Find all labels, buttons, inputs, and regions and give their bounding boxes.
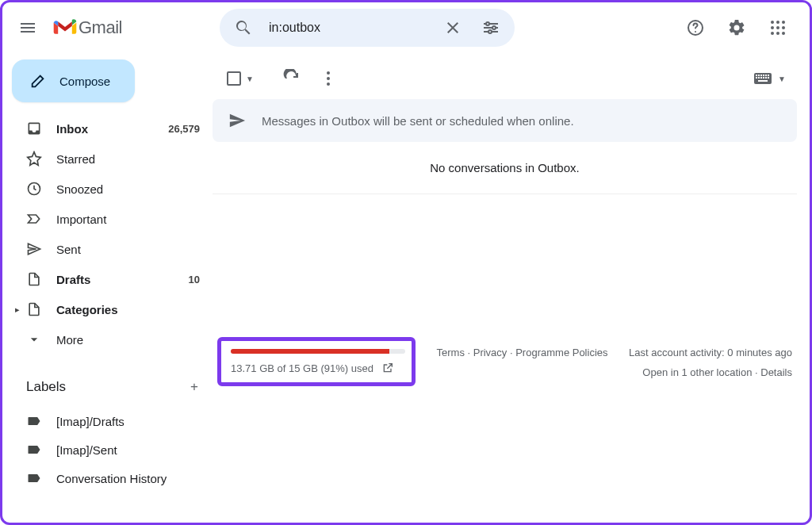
open-external-icon[interactable]	[381, 362, 394, 374]
storage-bar	[231, 349, 405, 354]
banner-text: Messages in Outbox will be sent or sched…	[262, 114, 574, 128]
refresh-icon[interactable]	[276, 63, 308, 94]
expand-icon	[26, 331, 42, 347]
label-text: Conversation History	[56, 472, 200, 485]
svg-point-16	[327, 77, 330, 80]
sidebar-item-more[interactable]: More	[9, 324, 213, 354]
sidebar-item-sent[interactable]: Sent	[9, 234, 213, 264]
sidebar-item-snoozed[interactable]: Snoozed	[9, 174, 213, 204]
activity-locations[interactable]: Open in 1 other location	[642, 366, 752, 378]
important-icon	[26, 211, 42, 227]
main-menu-icon[interactable]	[9, 9, 47, 47]
label-icon	[26, 442, 42, 458]
svg-rect-29	[765, 77, 767, 79]
nav-count: 10	[189, 274, 200, 285]
sidebar-item-categories[interactable]: ▸Categories	[9, 294, 213, 324]
footer-links: Terms · Privacy · Programme Policies	[435, 337, 610, 362]
storage-widget[interactable]: 13.71 GB of 15 GB (91%) used	[217, 337, 416, 386]
svg-rect-30	[768, 77, 769, 79]
label-icon	[26, 470, 42, 486]
nav-count: 26,579	[168, 123, 200, 135]
svg-rect-31	[758, 80, 768, 82]
app-name: Gmail	[79, 17, 122, 38]
svg-point-11	[771, 32, 774, 35]
activity-details[interactable]: Details	[760, 366, 792, 378]
gmail-logo[interactable]: Gmail	[50, 17, 216, 38]
search-bar[interactable]	[220, 9, 515, 47]
svg-point-3	[488, 30, 492, 33]
toolbar: ▼ ▼	[213, 59, 797, 98]
label-item[interactable]: [Imap]/Sent	[9, 435, 213, 464]
labels-header: Labels	[26, 379, 66, 395]
svg-rect-28	[763, 77, 764, 79]
caret-icon: ▸	[15, 305, 20, 315]
label-item[interactable]: Conversation History	[9, 464, 213, 492]
add-label-icon[interactable]: +	[190, 379, 198, 395]
label-item[interactable]: [Imap]/Drafts	[9, 407, 213, 435]
send-icon	[228, 112, 246, 129]
svg-rect-19	[756, 75, 757, 76]
account-activity: Last account activity: 0 minutes ago Ope…	[629, 337, 792, 382]
star-icon	[26, 151, 42, 167]
storage-text: 13.71 GB of 15 GB (91%) used	[231, 362, 373, 374]
nav-label: Starred	[56, 152, 200, 166]
clock-icon	[26, 181, 42, 197]
select-all-checkbox[interactable]: ▼	[220, 68, 257, 89]
svg-point-9	[776, 26, 779, 29]
privacy-link[interactable]: Privacy	[473, 347, 508, 358]
svg-point-8	[771, 26, 774, 29]
file-icon	[26, 271, 42, 287]
svg-point-12	[776, 32, 779, 35]
nav-label: Sent	[56, 243, 200, 256]
sidebar-item-inbox[interactable]: Inbox26,579	[9, 113, 213, 144]
svg-rect-23	[765, 75, 767, 76]
svg-rect-24	[768, 75, 769, 76]
sidebar: Compose Inbox26,579StarredSnoozedImporta…	[2, 53, 213, 523]
svg-point-2	[492, 26, 496, 29]
more-icon[interactable]	[312, 63, 344, 94]
svg-point-1	[486, 22, 489, 25]
settings-icon[interactable]	[718, 9, 756, 47]
clear-search-icon[interactable]	[434, 9, 472, 47]
svg-point-7	[782, 21, 785, 24]
svg-rect-22	[763, 75, 764, 76]
compose-label: Compose	[59, 75, 110, 88]
nav-label: Categories	[56, 303, 200, 316]
svg-rect-21	[760, 75, 762, 76]
sidebar-item-starred[interactable]: Starred	[9, 144, 213, 174]
nav-label: Important	[56, 213, 200, 226]
send-icon	[26, 241, 42, 257]
label-text: [Imap]/Sent	[56, 443, 200, 457]
select-dropdown-icon[interactable]: ▼	[243, 75, 257, 83]
inbox-icon	[26, 121, 42, 136]
svg-rect-25	[756, 77, 757, 79]
file-icon	[26, 301, 42, 317]
svg-rect-27	[760, 77, 762, 79]
label-text: [Imap]/Drafts	[56, 415, 200, 428]
outbox-banner: Messages in Outbox will be sent or sched…	[213, 99, 797, 142]
svg-point-15	[327, 71, 330, 75]
programme-link[interactable]: Programme Policies	[515, 347, 607, 358]
nav-label: Drafts	[56, 273, 174, 286]
nav-label: Inbox	[56, 122, 154, 136]
content-area: ▼ ▼ Messages in Outbox will be sent or s…	[213, 53, 810, 523]
search-icon[interactable]	[224, 9, 262, 47]
svg-point-10	[782, 26, 785, 29]
sidebar-item-important[interactable]: Important	[9, 204, 213, 234]
search-input[interactable]	[262, 21, 434, 35]
svg-point-6	[776, 21, 779, 24]
empty-message: No conversations in Outbox.	[213, 142, 797, 194]
terms-link[interactable]: Terms	[437, 347, 465, 358]
help-icon[interactable]	[676, 9, 714, 47]
activity-line1: Last account activity: 0 minutes ago	[629, 343, 792, 363]
apps-icon[interactable]	[759, 9, 797, 47]
svg-point-17	[327, 82, 330, 86]
sidebar-item-drafts[interactable]: Drafts10	[9, 264, 213, 294]
svg-point-13	[782, 32, 785, 35]
search-options-icon[interactable]	[472, 9, 510, 47]
svg-rect-20	[758, 75, 760, 76]
compose-button[interactable]: Compose	[12, 59, 135, 102]
input-tools-icon[interactable]: ▼	[754, 73, 789, 84]
svg-point-5	[771, 21, 774, 24]
svg-rect-26	[758, 77, 760, 79]
